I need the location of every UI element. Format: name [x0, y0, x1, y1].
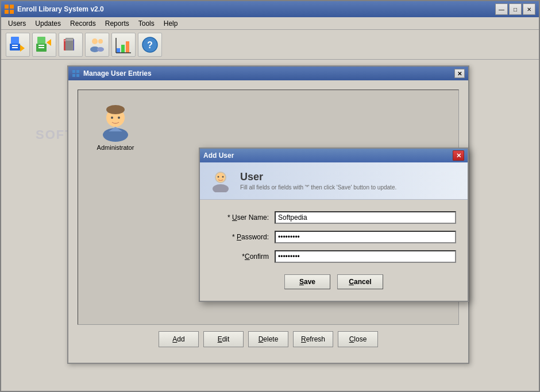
manage-dialog-close-button[interactable]: ✕ — [454, 69, 465, 78]
menu-item-tools[interactable]: Tools — [134, 18, 159, 29]
svg-point-43 — [218, 176, 219, 178]
password-label: * Password: — [211, 233, 275, 241]
toolbar-btn-6[interactable]: ? — [138, 33, 162, 57]
title-controls: — □ ✕ — [495, 3, 535, 15]
add-user-title-bar: Add User ✕ — [200, 149, 468, 162]
svg-point-39 — [118, 117, 120, 119]
user-form-icon — [210, 169, 231, 192]
svg-rect-0 — [5, 5, 9, 9]
menu-item-reports[interactable]: Reports — [101, 18, 134, 29]
add-entry-button[interactable]: Add — [159, 331, 199, 347]
close-window-button[interactable]: ✕ — [523, 3, 535, 15]
add-user-form: * User Name: * Password: *Confirm — [200, 200, 468, 301]
edit-entry-button[interactable]: Edit — [203, 331, 244, 347]
menu-item-updates[interactable]: Updates — [30, 18, 65, 29]
password-row: * Password: — [211, 231, 456, 243]
chart-icon — [114, 36, 133, 54]
svg-rect-25 — [121, 45, 125, 53]
svg-point-41 — [213, 184, 229, 192]
svg-rect-4 — [11, 37, 19, 44]
refresh-button[interactable]: Refresh — [293, 331, 333, 347]
svg-marker-13 — [47, 39, 51, 46]
main-window: Enroll Library System v2.0 — □ ✕ Users U… — [0, 0, 540, 392]
svg-point-20 — [92, 38, 98, 44]
manage-user-dialog: Manage User Entries ✕ — [67, 65, 469, 364]
minimize-button[interactable]: — — [495, 3, 508, 15]
close-manage-button[interactable]: Close — [338, 331, 378, 347]
toolbar-btn-3[interactable] — [59, 33, 83, 57]
content-area: SOFTPEDIA Manage User Entries ✕ — [1, 60, 539, 391]
manage-dialog-title-bar: Manage User Entries ✕ — [68, 67, 468, 80]
add-user-close-button[interactable]: ✕ — [453, 150, 464, 161]
manage-dialog-icon — [72, 69, 80, 77]
password-field[interactable] — [275, 231, 456, 243]
svg-rect-6 — [12, 45, 18, 46]
add-user-dialog: Add User ✕ — [199, 148, 469, 302]
username-label: * User Name: — [211, 214, 275, 222]
svg-rect-31 — [72, 70, 75, 73]
save-button[interactable]: Save — [284, 274, 330, 289]
username-row: * User Name: — [211, 211, 456, 224]
maximize-button[interactable]: □ — [509, 3, 522, 15]
upload-icon — [35, 36, 53, 54]
confirm-field[interactable] — [275, 250, 456, 263]
menu-item-users[interactable]: Users — [3, 18, 30, 29]
svg-rect-24 — [117, 48, 120, 53]
books-icon — [61, 36, 80, 54]
toolbar-btn-2[interactable] — [32, 33, 56, 57]
title-bar: Enroll Library System v2.0 — □ ✕ — [1, 1, 539, 17]
user-label: Administrator — [97, 144, 134, 151]
svg-point-23 — [97, 47, 104, 52]
administrator-avatar — [98, 102, 133, 142]
app-icon — [5, 5, 14, 14]
svg-point-44 — [222, 176, 224, 178]
svg-point-38 — [111, 117, 113, 119]
add-user-form-title: User — [240, 171, 396, 183]
svg-marker-8 — [20, 45, 25, 52]
app-title: Enroll Library System v2.0 — [17, 5, 104, 13]
confirm-label: *Confirm — [211, 253, 275, 261]
manage-buttons: Add Edit Delete Refresh Close — [78, 325, 459, 354]
menu-item-records[interactable]: Records — [65, 18, 101, 29]
svg-point-37 — [106, 105, 125, 114]
add-user-form-subtitle: Fill all fields or fields with '*' then … — [240, 184, 396, 191]
manage-inner: Administrator Add User ✕ — [78, 90, 459, 325]
svg-rect-32 — [76, 70, 79, 73]
menu-bar: Users Updates Records Reports Tools Help — [1, 17, 539, 30]
svg-rect-34 — [76, 74, 79, 77]
username-field[interactable] — [275, 211, 456, 224]
svg-rect-1 — [10, 5, 14, 9]
toolbar-btn-5[interactable] — [111, 33, 136, 57]
svg-point-22 — [98, 39, 103, 44]
toolbar-btn-4[interactable] — [85, 33, 109, 57]
toolbar: ? — [1, 30, 539, 60]
user-header-icon — [209, 169, 232, 192]
svg-rect-26 — [126, 41, 129, 53]
svg-rect-7 — [12, 47, 18, 48]
cancel-button[interactable]: Cancel — [337, 274, 383, 289]
svg-rect-12 — [38, 47, 44, 48]
svg-rect-2 — [5, 10, 9, 14]
add-user-header: User Fill all fields or fields with '*' … — [200, 162, 468, 200]
download-icon — [9, 36, 27, 54]
users-icon — [88, 36, 106, 54]
delete-entry-button[interactable]: Delete — [248, 331, 288, 347]
menu-item-help[interactable]: Help — [159, 18, 183, 29]
svg-rect-3 — [10, 10, 14, 14]
add-user-dialog-title: Add User — [203, 152, 234, 160]
svg-rect-19 — [66, 38, 73, 41]
toolbar-btn-1[interactable] — [6, 33, 30, 57]
svg-rect-33 — [72, 74, 75, 77]
svg-rect-11 — [38, 45, 44, 46]
manage-content: Administrator Add User ✕ — [68, 80, 468, 363]
confirm-row: *Confirm — [211, 250, 456, 263]
svg-text:?: ? — [147, 40, 153, 50]
svg-rect-10 — [37, 37, 45, 44]
manage-dialog-title: Manage User Entries — [83, 69, 152, 77]
add-user-header-text: User Fill all fields or fields with '*' … — [240, 171, 396, 191]
help-icon: ? — [141, 36, 159, 54]
form-buttons: Save Cancel — [211, 270, 456, 292]
user-icon-area: Administrator — [90, 102, 141, 151]
